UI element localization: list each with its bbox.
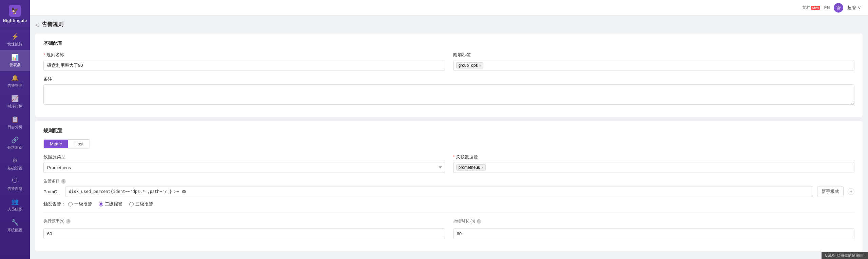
- data-type-select-wrap: Prometheus: [43, 162, 445, 173]
- exec-freq-info-icon[interactable]: ⓘ: [66, 219, 71, 224]
- page-area: ◁ 告警规则 基础配置 规则名称 附加标签 group=dps ×: [30, 16, 868, 259]
- divider: [43, 213, 854, 213]
- sidebar-item-metrics[interactable]: 📈 时序指标: [0, 92, 30, 112]
- avatar-char: 管: [836, 5, 841, 11]
- alert-mgmt-icon: 🔔: [11, 74, 19, 82]
- rule-name-group: 规则名称: [43, 52, 445, 71]
- sidebar-label-sys-config: 系统配置: [7, 227, 22, 233]
- remark-label: 备注: [43, 76, 854, 82]
- attach-tags-label: 附加标签: [453, 52, 855, 58]
- metrics-icon: 📈: [11, 95, 19, 102]
- quick-jump-icon: ⚡: [11, 33, 19, 40]
- expert-mode-button[interactable]: 新手模式: [817, 186, 844, 197]
- promql-input[interactable]: [65, 186, 813, 197]
- topbar-actions: 文档 NEW EN 管 超管 ∨: [802, 3, 861, 13]
- sidebar-item-basic-settings[interactable]: ⚙ 基础设置: [0, 154, 30, 174]
- sidebar-label-log-analysis: 日志分析: [7, 124, 22, 130]
- data-type-group: 数据源类型 Prometheus: [43, 154, 445, 173]
- logo-icon: 🦅: [9, 5, 21, 17]
- sidebar-item-trace[interactable]: 🔗 链路追踪: [0, 133, 30, 154]
- tab-host[interactable]: Host: [68, 140, 90, 148]
- sidebar-label-quick-jump: 快速跳转: [7, 42, 22, 47]
- alert-level-row: 触发告警： 一级报警 二级报警 三级报警: [43, 201, 854, 207]
- related-datasource-input[interactable]: prometheus ×: [453, 162, 855, 173]
- add-promql-button[interactable]: +: [848, 188, 854, 195]
- radio-level3-input[interactable]: [129, 202, 134, 206]
- basic-config-card: 基础配置 规则名称 附加标签 group=dps ×: [35, 34, 863, 117]
- attach-tags-input[interactable]: group=dps ×: [453, 60, 855, 71]
- exec-freq-label-row: 执行频率(s) ⓘ: [43, 218, 445, 224]
- alert-condition-info-icon[interactable]: ⓘ: [61, 179, 66, 184]
- tag-remove-icon[interactable]: ×: [479, 64, 481, 67]
- doc-badge: NEW: [811, 6, 820, 10]
- sidebar-label-basic-settings: 基础设置: [7, 166, 22, 171]
- sidebar-item-user-groups[interactable]: 👥 人员组织: [0, 195, 30, 215]
- radio-level2[interactable]: 二级报警: [99, 201, 122, 207]
- user-menu[interactable]: 超管 ∨: [847, 5, 861, 11]
- radio-level1-label: 一级报警: [74, 201, 92, 207]
- duration-input[interactable]: [453, 228, 855, 239]
- sys-config-icon: 🔧: [11, 219, 19, 226]
- rule-config-card: 规则配置 Metric Host 数据源类型 Prometheus 关联数据: [35, 121, 863, 251]
- sidebar-label-trace: 链路追踪: [7, 145, 22, 150]
- rule-config-title: 规则配置: [43, 128, 854, 134]
- exec-duration-row: 执行频率(s) ⓘ 持续时长 (s) ⓘ: [43, 218, 854, 239]
- dashboard-icon: 📊: [11, 54, 19, 61]
- sidebar-item-sys-config[interactable]: 🔧 系统配置: [0, 215, 30, 236]
- alert-condition-label: 告警条件: [43, 178, 60, 184]
- exec-freq-group: 执行频率(s) ⓘ: [43, 218, 445, 239]
- sidebar-label-alert-self: 告警自愈: [7, 186, 22, 191]
- sidebar-label-alert-mgmt: 告警管理: [7, 83, 22, 88]
- radio-level3[interactable]: 三级报警: [129, 201, 153, 207]
- sidebar: 🦅 Nightingale ⚡ 快速跳转 📊 仪表盘 🔔 告警管理 📈 时序指标…: [0, 0, 30, 259]
- rule-name-input[interactable]: [43, 60, 445, 71]
- data-type-select[interactable]: Prometheus: [43, 162, 445, 173]
- lang-switcher[interactable]: EN: [824, 5, 830, 10]
- sidebar-logo: 🦅 Nightingale: [0, 0, 30, 28]
- sidebar-item-alert-mgmt[interactable]: 🔔 告警管理: [0, 71, 30, 92]
- doc-link[interactable]: 文档 NEW: [802, 5, 820, 11]
- tag-prometheus-remove-icon[interactable]: ×: [481, 166, 483, 170]
- duration-info-icon[interactable]: ⓘ: [477, 219, 481, 224]
- topbar: 文档 NEW EN 管 超管 ∨: [30, 0, 868, 16]
- sidebar-label-metrics: 时序指标: [7, 104, 22, 109]
- back-icon[interactable]: ◁: [35, 22, 39, 27]
- sidebar-item-dashboard[interactable]: 📊 仪表盘: [0, 50, 30, 71]
- tag-prometheus: prometheus ×: [456, 164, 486, 171]
- trigger-radio-group: 一级报警 二级报警 三级报警: [68, 201, 153, 207]
- radio-level2-input[interactable]: [99, 202, 103, 206]
- radio-level3-label: 三级报警: [135, 201, 153, 207]
- main-content: 文档 NEW EN 管 超管 ∨ ◁ 告警规则 基础配置: [30, 0, 868, 259]
- sidebar-item-quick-jump[interactable]: ⚡ 快速跳转: [0, 29, 30, 50]
- avatar: 管: [834, 3, 843, 13]
- sidebar-item-alert-self[interactable]: 🛡 告警自愈: [0, 174, 30, 195]
- tag-prometheus-value: prometheus: [459, 165, 480, 170]
- tag-group-dps: group=dps ×: [456, 62, 484, 68]
- logo-text: Nightingale: [3, 18, 27, 23]
- sidebar-item-log-analysis[interactable]: 📋 日志分析: [0, 112, 30, 133]
- exec-freq-label: 执行频率(s): [43, 218, 64, 224]
- rule-name-label: 规则名称: [43, 52, 445, 58]
- remark-textarea[interactable]: [43, 84, 854, 105]
- radio-level1-input[interactable]: [68, 202, 73, 206]
- basic-settings-icon: ⚙: [12, 157, 18, 164]
- trace-icon: 🔗: [11, 136, 19, 144]
- sidebar-label-user-groups: 人员组织: [7, 207, 22, 212]
- duration-label: 持续时长 (s): [453, 218, 475, 224]
- alert-self-icon: 🛡: [12, 178, 18, 185]
- bottom-bar: CSDN @骄傲的猪猪(III): [822, 252, 868, 259]
- promql-row: PromQL 新手模式 +: [43, 186, 854, 197]
- trigger-label: 触发告警：: [43, 201, 65, 207]
- related-datasource-label: 关联数据源: [453, 154, 855, 160]
- promql-input-wrap: [65, 186, 813, 197]
- log-analysis-icon: 📋: [11, 116, 19, 123]
- exec-freq-input[interactable]: [43, 228, 445, 239]
- page-title: 告警规则: [42, 21, 63, 28]
- radio-level1[interactable]: 一级报警: [68, 201, 92, 207]
- user-groups-icon: 👥: [11, 198, 19, 205]
- datasource-row: 数据源类型 Prometheus 关联数据源 prometheus ×: [43, 154, 854, 173]
- lang-label: EN: [824, 5, 830, 10]
- tab-metric[interactable]: Metric: [44, 140, 68, 148]
- attach-tags-group: 附加标签 group=dps ×: [453, 52, 855, 71]
- basic-config-title: 基础配置: [43, 40, 854, 46]
